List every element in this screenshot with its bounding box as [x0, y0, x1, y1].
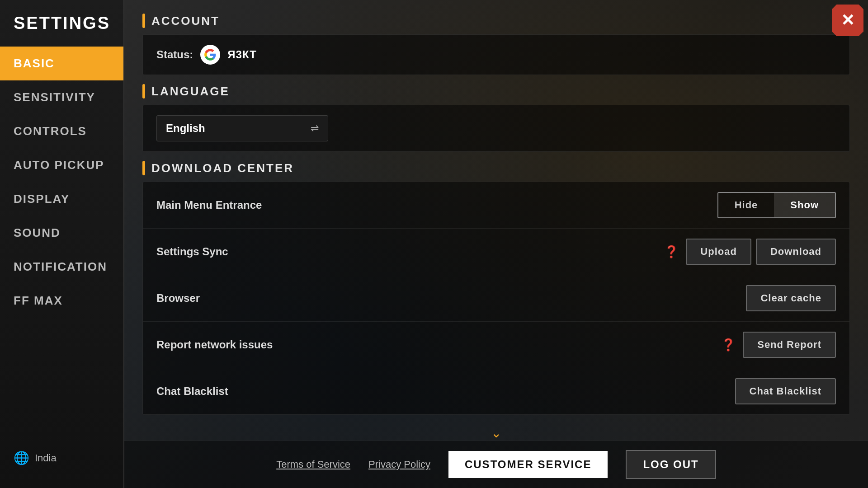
language-section-body: English ⇌ [142, 105, 850, 152]
account-section-body: Status: Я3КТ [142, 34, 850, 75]
download-center-section: DOWNLOAD CENTER Main Menu Entrance Hide … [142, 161, 850, 415]
chevron-down-icon: ⌄ [491, 426, 501, 440]
sidebar-footer: 🌐 India [0, 441, 123, 474]
sidebar-item-auto-pickup[interactable]: AUTO PICKUP [0, 148, 123, 182]
close-icon: ✕ [841, 12, 854, 28]
send-report-button[interactable]: Send Report [743, 332, 836, 358]
language-value: English [166, 122, 205, 135]
browser-row: Browser Clear cache [143, 275, 849, 322]
account-section-title: ACCOUNT [151, 14, 220, 28]
language-section-bar [142, 84, 145, 99]
account-name: Я3КТ [227, 48, 257, 61]
download-center-bar [142, 161, 145, 175]
sidebar-item-ff-max[interactable]: FF MAX [0, 284, 123, 318]
terms-of-service-link[interactable]: Terms of Service [276, 459, 350, 470]
download-center-header: DOWNLOAD CENTER [142, 161, 850, 175]
privacy-policy-link[interactable]: Privacy Policy [368, 459, 430, 470]
account-section-bar [142, 14, 145, 28]
report-help-icon[interactable]: ❓ [721, 338, 736, 352]
status-label: Status: [156, 48, 193, 61]
sidebar-item-sensitivity[interactable]: SENSITIVITY [0, 80, 123, 114]
scroll-indicator: ⌄ [142, 424, 850, 441]
chat-blacklist-row: Chat Blacklist Chat Blacklist [143, 368, 849, 414]
download-button[interactable]: Download [756, 239, 836, 265]
sidebar: SETTINGS BASIC SENSITIVITY CONTROLS AUTO… [0, 0, 124, 488]
settings-sync-label: Settings Sync [156, 245, 664, 258]
report-network-label: Report network issues [156, 338, 721, 351]
google-icon [200, 45, 220, 65]
chat-blacklist-label: Chat Blacklist [156, 385, 735, 398]
download-center-title: DOWNLOAD CENTER [151, 161, 294, 175]
browser-label: Browser [156, 292, 746, 305]
sync-buttons: Upload Download [686, 239, 836, 265]
customer-service-button[interactable]: CUSTOMER SERVICE [448, 451, 608, 478]
account-section-header: ACCOUNT [142, 14, 850, 28]
settings-panel: ACCOUNT Status: Я3 [124, 0, 868, 441]
account-status: Status: Я3КТ [156, 45, 257, 65]
sidebar-title: SETTINGS [0, 14, 123, 47]
language-row: English ⇌ [143, 105, 849, 151]
report-network-row: Report network issues ❓ Send Report [143, 322, 849, 368]
account-status-row: Status: Я3КТ [143, 35, 849, 75]
language-section-header: LANGUAGE [142, 84, 850, 99]
sidebar-item-sound[interactable]: SOUND [0, 216, 123, 250]
swap-icon: ⇌ [311, 122, 319, 134]
globe-icon: 🌐 [14, 450, 29, 465]
language-dropdown[interactable]: English ⇌ [156, 115, 328, 141]
sidebar-item-notification[interactable]: NOTIFICATION [0, 250, 123, 284]
chat-blacklist-button[interactable]: Chat Blacklist [735, 378, 836, 404]
language-section: LANGUAGE English ⇌ [142, 84, 850, 152]
language-section-title: LANGUAGE [151, 84, 230, 99]
upload-button[interactable]: Upload [686, 239, 751, 265]
main-content: ✕ ACCOUNT Status: [124, 0, 868, 488]
show-button[interactable]: Show [774, 193, 835, 217]
hide-button[interactable]: Hide [718, 193, 774, 217]
main-menu-label: Main Menu Entrance [156, 199, 717, 211]
account-section: ACCOUNT Status: Я3 [142, 14, 850, 75]
download-center-body: Main Menu Entrance Hide Show Settings Sy… [142, 182, 850, 415]
clear-cache-button[interactable]: Clear cache [746, 285, 836, 311]
close-button[interactable]: ✕ [832, 5, 863, 36]
sidebar-item-display[interactable]: DISPLAY [0, 182, 123, 216]
sidebar-item-controls[interactable]: CONTROLS [0, 114, 123, 148]
settings-footer: Terms of Service Privacy Policy CUSTOMER… [124, 441, 868, 488]
region-label: India [35, 452, 57, 464]
logout-button[interactable]: LOG OUT [626, 450, 716, 479]
settings-sync-row: Settings Sync ❓ Upload Download [143, 229, 849, 275]
help-icon[interactable]: ❓ [664, 245, 679, 259]
main-menu-row: Main Menu Entrance Hide Show [143, 182, 849, 229]
sidebar-item-basic[interactable]: BASIC [0, 47, 123, 80]
hide-show-group: Hide Show [717, 192, 836, 218]
